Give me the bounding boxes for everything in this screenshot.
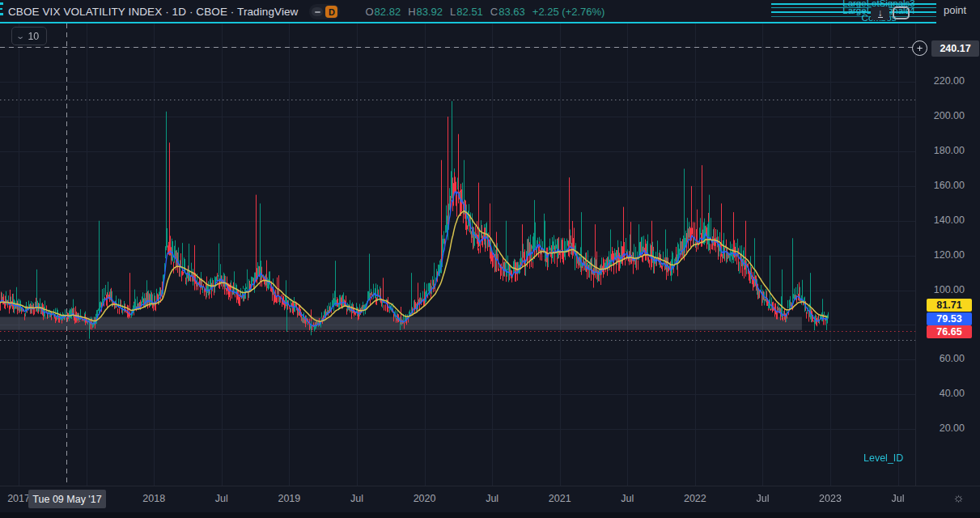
time-tick-label: 2019 <box>278 493 300 504</box>
time-tick-label: Jul <box>215 493 228 504</box>
price-tick-label: 200.00 <box>934 110 965 121</box>
chevron-down-icon: ⌄ <box>15 32 25 40</box>
interval-badge-group[interactable]: D <box>309 4 340 19</box>
price-tick-label: 100.00 <box>934 284 965 295</box>
edge-tick-icon <box>0 2 3 5</box>
price-tick-label: 160.00 <box>934 180 965 191</box>
price-axis[interactable]: 240.17 81.71 79.53 76.65 220.00200.00180… <box>915 23 980 486</box>
time-tick-label: 2018 <box>142 493 165 504</box>
close-value: 83.63 <box>498 6 525 18</box>
time-tick-label: 2023 <box>819 493 842 504</box>
time-tick-label: Jul <box>892 493 905 504</box>
price-tick-label: 220.00 <box>934 75 965 87</box>
high-value: 83.92 <box>417 6 443 18</box>
open-value: 82.82 <box>375 6 401 18</box>
crosshair-price-label: 240.17 <box>931 40 979 57</box>
interval-badge[interactable]: D <box>325 6 337 18</box>
session-settings-icon[interactable]: ☼ <box>952 490 965 505</box>
price-tick-label: 180.00 <box>934 145 965 156</box>
ohlc-readout: O82.82 H83.92 L82.51 C83.63 +2.25 (+2.76… <box>358 6 605 18</box>
time-tick-label: 2021 <box>549 493 571 504</box>
time-tick-label: 2017 <box>7 493 30 504</box>
open-key: O <box>365 6 373 18</box>
hide-indicator-icon[interactable] <box>312 7 323 16</box>
time-tick-label: Jul <box>756 493 769 504</box>
time-tick-label: Jul <box>350 493 363 504</box>
chart-header: CBOE VIX VOLATILITY INDEX · 1D · CBOE · … <box>0 0 980 23</box>
time-tick-label: Jul <box>621 493 634 504</box>
time-axis[interactable]: Tue 09 May '17 ☼ 20172018Jul2019Jul2020J… <box>0 486 980 513</box>
tradingview-chart-window: CBOE VIX VOLATILITY INDEX · 1D · CBOE · … <box>0 0 980 518</box>
time-tick-label: Jul <box>486 493 498 504</box>
cyan-indicator-line <box>771 16 936 17</box>
bottom-strip <box>0 512 980 518</box>
close-key: C <box>490 6 498 18</box>
bar-count-value: 10 <box>28 31 39 42</box>
cyan-indicator-line <box>771 3 936 5</box>
cyan-indicator-line <box>771 7 936 8</box>
price-tick-label: 20.00 <box>940 422 965 434</box>
price-tick-label: 40.00 <box>940 388 965 399</box>
chart-pane[interactable]: ⌄ 10 Level_ID <box>0 23 915 486</box>
level-price-label-blue: 79.53 <box>927 312 972 325</box>
crosshair-date-label: Tue 09 May '17 <box>28 490 106 508</box>
edge-tick-icon <box>0 13 3 15</box>
bar-count-button[interactable]: ⌄ 10 <box>11 27 47 45</box>
price-chart-canvas[interactable] <box>0 23 915 486</box>
price-tick-label: 140.00 <box>934 214 965 226</box>
price-tick-label: 60.00 <box>940 353 965 364</box>
time-tick-label: 2020 <box>414 493 436 504</box>
level-price-label-yellow: 81.71 <box>927 299 972 312</box>
unit-label: point <box>944 4 966 16</box>
crosshair-add-alert-icon[interactable]: + <box>912 40 927 56</box>
change-value: +2.25 (+2.76%) <box>532 6 605 18</box>
low-value: 82.51 <box>456 6 483 18</box>
level-id-label: Level_ID <box>863 452 903 464</box>
cyan-indicator-line <box>771 11 936 13</box>
high-key: H <box>408 6 415 18</box>
download-icon[interactable]: ↓ <box>871 6 889 20</box>
level-price-label-red: 76.65 <box>927 325 972 338</box>
maximize-icon[interactable] <box>893 6 910 19</box>
price-tick-label: 120.00 <box>934 249 965 261</box>
time-tick-label: 2022 <box>684 493 706 504</box>
edge-tick-icon <box>0 8 2 10</box>
symbol-title[interactable]: CBOE VIX VOLATILITY INDEX · 1D · CBOE · … <box>8 6 298 18</box>
low-key: L <box>450 6 456 18</box>
